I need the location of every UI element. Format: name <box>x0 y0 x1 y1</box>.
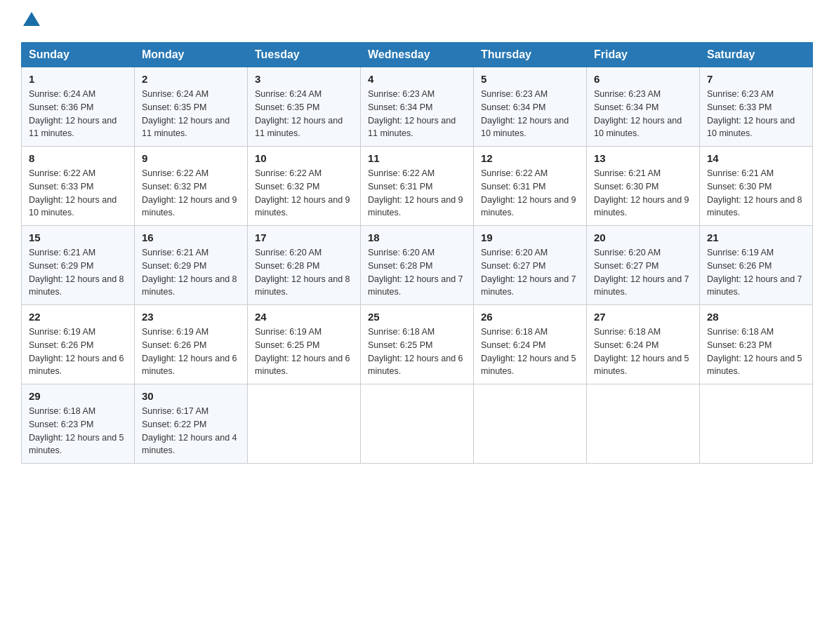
calendar-cell: 1Sunrise: 6:24 AMSunset: 6:36 PMDaylight… <box>22 67 135 147</box>
day-sun-info: Sunrise: 6:22 AMSunset: 6:31 PMDaylight:… <box>368 167 466 220</box>
day-number: 14 <box>707 152 805 164</box>
calendar-cell <box>248 384 361 464</box>
day-number: 24 <box>255 311 353 323</box>
calendar-cell: 24Sunrise: 6:19 AMSunset: 6:25 PMDayligh… <box>248 305 361 384</box>
day-number: 9 <box>142 152 240 164</box>
calendar-cell: 10Sunrise: 6:22 AMSunset: 6:32 PMDayligh… <box>248 147 361 226</box>
day-sun-info: Sunrise: 6:23 AMSunset: 6:34 PMDaylight:… <box>368 88 466 140</box>
calendar-week-row: 15Sunrise: 6:21 AMSunset: 6:29 PMDayligh… <box>22 226 813 305</box>
calendar-cell: 8Sunrise: 6:22 AMSunset: 6:33 PMDaylight… <box>22 147 135 226</box>
calendar-table: SundayMondayTuesdayWednesdayThursdayFrid… <box>21 42 813 464</box>
day-sun-info: Sunrise: 6:19 AMSunset: 6:26 PMDaylight:… <box>142 326 240 378</box>
day-number: 23 <box>142 311 240 323</box>
calendar-cell: 25Sunrise: 6:18 AMSunset: 6:25 PMDayligh… <box>361 305 474 384</box>
day-sun-info: Sunrise: 6:22 AMSunset: 6:31 PMDaylight:… <box>481 167 579 220</box>
calendar-cell: 13Sunrise: 6:21 AMSunset: 6:30 PMDayligh… <box>587 147 700 226</box>
day-number: 12 <box>481 152 579 164</box>
day-sun-info: Sunrise: 6:18 AMSunset: 6:24 PMDaylight:… <box>594 326 692 378</box>
calendar-cell: 14Sunrise: 6:21 AMSunset: 6:30 PMDayligh… <box>700 147 813 226</box>
calendar-cell: 28Sunrise: 6:18 AMSunset: 6:23 PMDayligh… <box>700 305 813 384</box>
day-sun-info: Sunrise: 6:21 AMSunset: 6:30 PMDaylight:… <box>594 167 692 220</box>
calendar-cell: 11Sunrise: 6:22 AMSunset: 6:31 PMDayligh… <box>361 147 474 226</box>
day-number: 6 <box>594 73 692 85</box>
day-number: 10 <box>255 152 353 164</box>
day-sun-info: Sunrise: 6:19 AMSunset: 6:25 PMDaylight:… <box>255 326 353 378</box>
day-number: 22 <box>29 311 127 323</box>
day-sun-info: Sunrise: 6:22 AMSunset: 6:32 PMDaylight:… <box>255 167 353 220</box>
day-number: 11 <box>368 152 466 164</box>
col-header-saturday: Saturday <box>700 43 813 67</box>
day-number: 17 <box>255 232 353 243</box>
col-header-friday: Friday <box>587 43 700 67</box>
day-number: 13 <box>594 152 692 164</box>
day-sun-info: Sunrise: 6:24 AMSunset: 6:35 PMDaylight:… <box>142 88 240 140</box>
day-number: 25 <box>368 311 466 323</box>
day-number: 1 <box>29 73 127 85</box>
day-number: 19 <box>481 232 579 243</box>
day-number: 29 <box>29 390 127 402</box>
day-sun-info: Sunrise: 6:21 AMSunset: 6:29 PMDaylight:… <box>142 246 240 299</box>
calendar-cell: 23Sunrise: 6:19 AMSunset: 6:26 PMDayligh… <box>135 305 248 384</box>
day-sun-info: Sunrise: 6:23 AMSunset: 6:34 PMDaylight:… <box>594 88 692 140</box>
day-number: 4 <box>368 73 466 85</box>
calendar-cell <box>361 384 474 464</box>
calendar-cell: 3Sunrise: 6:24 AMSunset: 6:35 PMDaylight… <box>248 67 361 147</box>
day-sun-info: Sunrise: 6:19 AMSunset: 6:26 PMDaylight:… <box>29 326 127 378</box>
day-number: 20 <box>594 232 692 243</box>
logo-triangle-icon <box>23 12 40 26</box>
calendar-cell: 5Sunrise: 6:23 AMSunset: 6:34 PMDaylight… <box>474 67 587 147</box>
day-sun-info: Sunrise: 6:17 AMSunset: 6:22 PMDaylight:… <box>142 405 240 457</box>
calendar-cell: 15Sunrise: 6:21 AMSunset: 6:29 PMDayligh… <box>22 226 135 305</box>
calendar-cell: 30Sunrise: 6:17 AMSunset: 6:22 PMDayligh… <box>135 384 248 464</box>
day-sun-info: Sunrise: 6:22 AMSunset: 6:33 PMDaylight:… <box>29 167 127 220</box>
day-sun-info: Sunrise: 6:21 AMSunset: 6:29 PMDaylight:… <box>29 246 127 299</box>
calendar-cell <box>474 384 587 464</box>
page-header <box>21 14 813 28</box>
col-header-wednesday: Wednesday <box>361 43 474 67</box>
calendar-cell: 9Sunrise: 6:22 AMSunset: 6:32 PMDaylight… <box>135 147 248 226</box>
col-header-monday: Monday <box>135 43 248 67</box>
day-number: 18 <box>368 232 466 243</box>
day-sun-info: Sunrise: 6:20 AMSunset: 6:28 PMDaylight:… <box>368 246 466 299</box>
day-number: 8 <box>29 152 127 164</box>
day-sun-info: Sunrise: 6:24 AMSunset: 6:36 PMDaylight:… <box>29 88 127 140</box>
day-number: 26 <box>481 311 579 323</box>
calendar-cell: 27Sunrise: 6:18 AMSunset: 6:24 PMDayligh… <box>587 305 700 384</box>
day-number: 27 <box>594 311 692 323</box>
calendar-cell: 29Sunrise: 6:18 AMSunset: 6:23 PMDayligh… <box>22 384 135 464</box>
day-number: 7 <box>707 73 805 85</box>
calendar-week-row: 29Sunrise: 6:18 AMSunset: 6:23 PMDayligh… <box>22 384 813 464</box>
day-sun-info: Sunrise: 6:18 AMSunset: 6:23 PMDaylight:… <box>707 326 805 378</box>
day-sun-info: Sunrise: 6:20 AMSunset: 6:28 PMDaylight:… <box>255 246 353 299</box>
day-sun-info: Sunrise: 6:23 AMSunset: 6:33 PMDaylight:… <box>707 88 805 140</box>
day-sun-info: Sunrise: 6:20 AMSunset: 6:27 PMDaylight:… <box>481 246 579 299</box>
calendar-cell <box>587 384 700 464</box>
calendar-cell: 12Sunrise: 6:22 AMSunset: 6:31 PMDayligh… <box>474 147 587 226</box>
calendar-cell: 6Sunrise: 6:23 AMSunset: 6:34 PMDaylight… <box>587 67 700 147</box>
calendar-week-row: 1Sunrise: 6:24 AMSunset: 6:36 PMDaylight… <box>22 67 813 147</box>
day-number: 28 <box>707 311 805 323</box>
calendar-cell: 18Sunrise: 6:20 AMSunset: 6:28 PMDayligh… <box>361 226 474 305</box>
day-sun-info: Sunrise: 6:23 AMSunset: 6:34 PMDaylight:… <box>481 88 579 140</box>
calendar-cell: 26Sunrise: 6:18 AMSunset: 6:24 PMDayligh… <box>474 305 587 384</box>
calendar-cell: 22Sunrise: 6:19 AMSunset: 6:26 PMDayligh… <box>22 305 135 384</box>
day-number: 16 <box>142 232 240 243</box>
day-number: 2 <box>142 73 240 85</box>
calendar-cell: 7Sunrise: 6:23 AMSunset: 6:33 PMDaylight… <box>700 67 813 147</box>
calendar-cell: 4Sunrise: 6:23 AMSunset: 6:34 PMDaylight… <box>361 67 474 147</box>
day-sun-info: Sunrise: 6:22 AMSunset: 6:32 PMDaylight:… <box>142 167 240 220</box>
col-header-sunday: Sunday <box>22 43 135 67</box>
day-number: 21 <box>707 232 805 243</box>
day-number: 15 <box>29 232 127 243</box>
calendar-cell: 20Sunrise: 6:20 AMSunset: 6:27 PMDayligh… <box>587 226 700 305</box>
calendar-cell: 2Sunrise: 6:24 AMSunset: 6:35 PMDaylight… <box>135 67 248 147</box>
col-header-tuesday: Tuesday <box>248 43 361 67</box>
day-sun-info: Sunrise: 6:20 AMSunset: 6:27 PMDaylight:… <box>594 246 692 299</box>
calendar-week-row: 8Sunrise: 6:22 AMSunset: 6:33 PMDaylight… <box>22 147 813 226</box>
col-header-thursday: Thursday <box>474 43 587 67</box>
day-sun-info: Sunrise: 6:18 AMSunset: 6:25 PMDaylight:… <box>368 326 466 378</box>
calendar-cell: 19Sunrise: 6:20 AMSunset: 6:27 PMDayligh… <box>474 226 587 305</box>
logo <box>21 14 41 28</box>
day-number: 3 <box>255 73 353 85</box>
day-sun-info: Sunrise: 6:24 AMSunset: 6:35 PMDaylight:… <box>255 88 353 140</box>
